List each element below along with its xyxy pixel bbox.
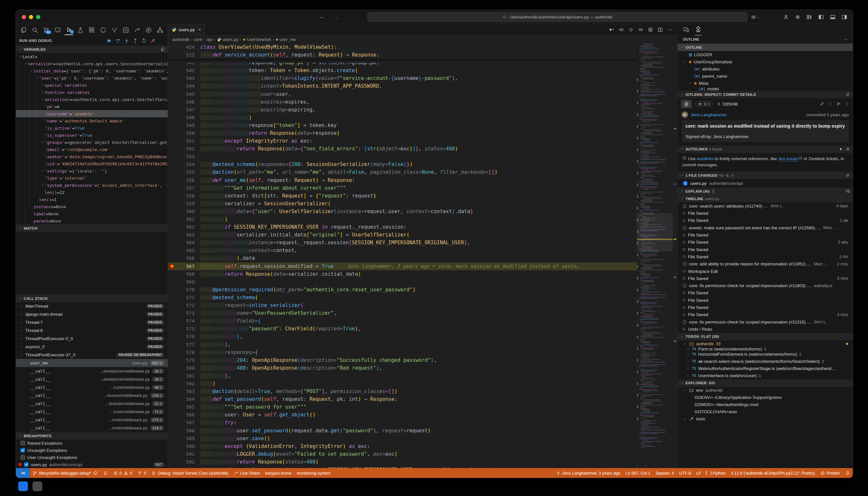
autolinks-link[interactable]: autolinks bbox=[697, 156, 714, 161]
variable-row[interactable]: initial_data = {'user': {'pk': 6, 'usern… bbox=[16, 67, 168, 74]
files-changed-section-header[interactable]: 1 FILE CHANGED +0~1-0 bbox=[678, 171, 853, 179]
gutter[interactable]: 560 bbox=[168, 207, 200, 215]
split-editor-icon[interactable] bbox=[657, 27, 663, 32]
timeline-section-header[interactable]: TIMELINEusers.py bbox=[678, 195, 853, 202]
status-item-monitoringsystem[interactable]: monitoring-system bbox=[294, 468, 333, 478]
gutter[interactable]: 593 bbox=[168, 466, 200, 468]
breakpoint-row[interactable]: Raised Exceptions bbox=[16, 439, 168, 447]
todo-file-row[interactable]: TSak-search-select-view.ts (web/src/elem… bbox=[678, 358, 853, 365]
gutter[interactable]: 590 bbox=[168, 443, 200, 450]
activity-item-debug[interactable]: 1 bbox=[65, 25, 73, 35]
breakpoint-checkbox[interactable] bbox=[20, 441, 25, 445]
gutter[interactable]: 585 bbox=[168, 403, 200, 411]
call-stack-frame[interactable]: __call__.../root/middleware.py318:1 bbox=[16, 424, 168, 432]
explain-ai-section-header[interactable]: EXPLAIN (AI) bbox=[678, 187, 853, 195]
variables-section-header[interactable]: VARIABLES bbox=[16, 45, 168, 53]
disconnect-icon[interactable] bbox=[150, 38, 156, 44]
gutter[interactable]: 592 bbox=[168, 458, 200, 466]
variable-row[interactable]: len() = 12 bbox=[16, 189, 168, 196]
status-item-0[interactable]: 0 bbox=[135, 468, 149, 478]
outline-item-logger[interactable]: ▤LOGGER bbox=[678, 51, 853, 58]
timeline-item[interactable]: core: fix permission check for scoped im… bbox=[678, 282, 853, 289]
commit-author-link[interactable]: Jens Langhammer bbox=[691, 112, 727, 117]
activity-item-files[interactable] bbox=[19, 25, 28, 35]
gutter[interactable]: 578 bbox=[168, 348, 200, 356]
graph-icon[interactable] bbox=[837, 102, 841, 106]
gutter[interactable]: 574 bbox=[168, 317, 200, 325]
gutter[interactable]: 575 bbox=[168, 325, 200, 332]
comments-panel-tab[interactable] bbox=[683, 24, 689, 35]
step-over-icon[interactable] bbox=[115, 38, 121, 44]
gutter[interactable]: 563 bbox=[168, 231, 200, 239]
activity-item-share[interactable] bbox=[133, 25, 141, 35]
pin-icon[interactable] bbox=[820, 102, 824, 106]
variable-row[interactable]: 'uid' = '49d24724dfa590a20fb5961e9c6673c… bbox=[16, 160, 168, 167]
stash-chip[interactable]: 12 ± bbox=[695, 101, 713, 107]
variable-row[interactable]: label = None bbox=[16, 210, 168, 217]
continue-icon[interactable] bbox=[106, 38, 112, 44]
call-stack-frame[interactable]: __call__.../core/middleware.py71:1 bbox=[16, 408, 168, 416]
gutter[interactable]: 550 bbox=[168, 129, 200, 137]
outline-item-model[interactable]: [∅]model bbox=[678, 87, 853, 91]
breadcrumb-item[interactable]: authentik bbox=[172, 37, 189, 42]
tab-users-py[interactable]: users.py × bbox=[168, 24, 205, 35]
status-item-live[interactable]: Live Share bbox=[231, 468, 263, 478]
call-stack-frame[interactable]: __call__.../core/middleware.py48:1 bbox=[16, 383, 168, 391]
gutter[interactable]: 542 bbox=[168, 66, 200, 74]
variable-row[interactable]: serializer = <authentik.core.api.users.U… bbox=[16, 96, 168, 103]
todo-file-row[interactable]: TSWebAuthnAuthenticatorRegisterStage.ts … bbox=[678, 365, 853, 372]
more-actions-icon[interactable]: ⋯ bbox=[844, 37, 848, 42]
todos-section-header[interactable]: TODOS: FLAT (39) bbox=[678, 333, 853, 340]
breadcrumb-item[interactable]: core bbox=[194, 37, 202, 42]
gutter[interactable]: 545 bbox=[168, 90, 200, 98]
gutter[interactable]: 568 bbox=[168, 270, 200, 278]
timeline-item[interactable]: File Saved bbox=[678, 210, 853, 217]
gutter[interactable]: 549 bbox=[168, 122, 200, 129]
breakpoints-section-header[interactable]: BREAKPOINTS bbox=[16, 432, 168, 439]
status-item-python[interactable]: { }Python bbox=[703, 468, 728, 478]
todo-file-row[interactable]: TSForm.ts (web/src/elements/forms)1 bbox=[678, 347, 853, 351]
gutter[interactable]: 577 bbox=[168, 340, 200, 348]
timeline-item[interactable]: File Saved2 wks bbox=[678, 239, 853, 246]
variable-row[interactable]: 'is_active' = True bbox=[16, 124, 168, 131]
code-editor[interactable]: 541················response["group_pk"] … bbox=[168, 43, 677, 468]
history-forward-button[interactable]: → bbox=[334, 14, 339, 20]
outline-item-meta[interactable]: ◈Meta bbox=[678, 80, 853, 87]
gutter[interactable]: 580 bbox=[168, 364, 200, 372]
variable-row[interactable]: 'pk' = 6 bbox=[16, 103, 168, 110]
call-stack-frame[interactable]: __call__.../brands/middleware.py31:1 bbox=[16, 400, 168, 408]
breakpoint-checkbox[interactable] bbox=[24, 462, 29, 467]
gutter[interactable]: 566 bbox=[168, 254, 200, 262]
variable-row[interactable]: instance = None bbox=[16, 203, 168, 210]
outline-item-usergroupserializer[interactable]: ◈UserGroupSerializer bbox=[678, 58, 853, 65]
editor-more-actions-icon[interactable] bbox=[667, 27, 673, 32]
gutter[interactable]: 547 bbox=[168, 106, 200, 114]
customize-layout-icon[interactable] bbox=[806, 14, 812, 20]
gutter[interactable]: 557 bbox=[168, 184, 200, 192]
variable-row[interactable]: 'email' = 'root@example.com' bbox=[16, 146, 168, 153]
timeline-item[interactable]: File Saved bbox=[678, 231, 853, 238]
gutter[interactable]: 562 bbox=[168, 223, 200, 231]
timeline-item[interactable]: File Saved bbox=[678, 246, 853, 253]
status-item[interactable] bbox=[100, 468, 110, 478]
breadcrumb-item[interactable]: users.py bbox=[217, 37, 238, 42]
gutter[interactable]: 551 bbox=[168, 137, 200, 145]
todo-file-row[interactable]: TSHorizontalFormElement.ts (web/src/elem… bbox=[678, 351, 853, 358]
gutter[interactable]: 559 bbox=[168, 200, 200, 207]
restart-icon[interactable] bbox=[141, 38, 147, 44]
timeline-item[interactable]: File Saved4 mos bbox=[678, 311, 853, 318]
account-icon[interactable] bbox=[783, 14, 789, 20]
kebab-icon[interactable] bbox=[845, 102, 850, 106]
gear-icon[interactable] bbox=[846, 147, 850, 151]
status-item-0[interactable]: 00 bbox=[110, 468, 135, 478]
toggle-secondary-sidebar-icon[interactable] bbox=[841, 14, 848, 20]
call-stack-frame[interactable]: user_meusers.py567:1 bbox=[16, 359, 168, 367]
todo-file-row[interactable]: TSUserInterface.ts (web/src/user)1 bbox=[678, 372, 853, 379]
more-actions-icon[interactable] bbox=[159, 38, 165, 44]
gutter[interactable]: 583 bbox=[168, 388, 200, 395]
variable-row[interactable]: 'settings' = {'locale': ''} bbox=[16, 167, 168, 174]
timeline-item[interactable]: core: search users' attributes (#12740) … bbox=[678, 202, 853, 210]
changed-file-row[interactable]: ± users.pyauthentik/core/api bbox=[678, 179, 853, 187]
nav-forward-icon[interactable] bbox=[638, 27, 644, 32]
dock-icon[interactable] bbox=[32, 481, 42, 491]
